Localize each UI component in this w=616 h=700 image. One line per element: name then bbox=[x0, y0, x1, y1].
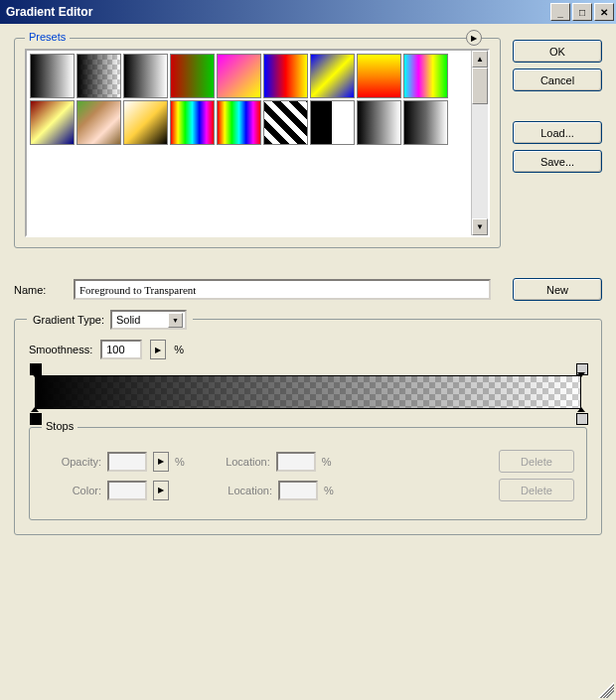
preset-swatch[interactable] bbox=[77, 100, 121, 145]
preset-swatch[interactable] bbox=[123, 100, 168, 145]
preset-swatch[interactable] bbox=[310, 54, 355, 98]
resize-grip-icon[interactable] bbox=[598, 682, 614, 698]
presets-menu-icon[interactable]: ▶ bbox=[466, 30, 482, 46]
presets-group: Presets ▶ bbox=[14, 38, 501, 248]
location-label-2: Location: bbox=[209, 485, 272, 496]
name-input[interactable]: Foreground to Transparent bbox=[74, 279, 491, 300]
presets-label: Presets bbox=[25, 31, 70, 43]
scroll-track[interactable] bbox=[472, 104, 488, 218]
presets-listbox: ▲ ▼ bbox=[25, 49, 490, 237]
maximize-button[interactable]: □ bbox=[572, 3, 592, 21]
title-bar: Gradient Editor _ □ ✕ bbox=[0, 0, 616, 24]
preset-swatch[interactable] bbox=[30, 100, 75, 145]
chevron-down-icon[interactable]: ▼ bbox=[168, 313, 183, 328]
cancel-button[interactable]: Cancel bbox=[513, 69, 602, 91]
dialog-buttons: OK Cancel Load... Save... bbox=[513, 32, 602, 248]
gradient-ramp[interactable] bbox=[29, 375, 587, 409]
preset-swatch[interactable] bbox=[403, 100, 448, 145]
presets-grid bbox=[27, 51, 471, 235]
opacity-label: Opacity: bbox=[42, 456, 101, 468]
stops-group: Stops Opacity: ▶ % Location: % Delete Co… bbox=[29, 427, 587, 520]
smoothness-label: Smoothness: bbox=[29, 344, 92, 355]
preset-swatch[interactable] bbox=[170, 100, 215, 145]
window-title: Gradient Editor bbox=[6, 5, 548, 19]
opacity-flyout-icon[interactable]: ▶ bbox=[153, 452, 169, 472]
gradient-type-label: Gradient Type: bbox=[33, 314, 104, 326]
scroll-down-icon[interactable]: ▼ bbox=[472, 218, 488, 235]
dialog-content: Presets ▶ bbox=[0, 24, 616, 700]
new-button[interactable]: New bbox=[513, 278, 602, 301]
save-button[interactable]: Save... bbox=[513, 150, 602, 173]
ok-button[interactable]: OK bbox=[513, 40, 602, 63]
scroll-up-icon[interactable]: ▲ bbox=[472, 51, 488, 68]
preset-swatch[interactable] bbox=[263, 54, 308, 98]
preset-swatch[interactable] bbox=[217, 100, 261, 145]
color-label: Color: bbox=[42, 485, 101, 496]
delete-opacity-stop-button[interactable]: Delete bbox=[499, 450, 574, 473]
color-location-input[interactable] bbox=[278, 481, 318, 500]
opacity-unit: % bbox=[175, 456, 185, 468]
scroll-thumb[interactable] bbox=[472, 68, 488, 104]
location-unit-2: % bbox=[324, 485, 334, 496]
preset-swatch[interactable] bbox=[357, 54, 401, 98]
smoothness-unit: % bbox=[174, 344, 184, 355]
color-stop-right[interactable] bbox=[575, 409, 587, 425]
presets-scrollbar[interactable]: ▲ ▼ bbox=[471, 51, 488, 235]
preset-swatch[interactable] bbox=[30, 54, 75, 98]
gradient-settings-group: Gradient Type: Solid ▼ Smoothness: 100 ▶… bbox=[14, 319, 602, 535]
preset-swatch[interactable] bbox=[357, 100, 401, 145]
name-label: Name: bbox=[14, 284, 64, 296]
location-unit-1: % bbox=[322, 456, 332, 468]
preset-swatch[interactable] bbox=[123, 54, 168, 98]
gradient-preview[interactable] bbox=[35, 375, 581, 409]
location-label-1: Location: bbox=[207, 456, 270, 468]
close-button[interactable]: ✕ bbox=[594, 3, 614, 21]
smoothness-input[interactable]: 100 bbox=[100, 340, 142, 359]
color-input[interactable] bbox=[107, 481, 147, 500]
minimize-button[interactable]: _ bbox=[550, 3, 570, 21]
smoothness-flyout-icon[interactable]: ▶ bbox=[150, 340, 166, 359]
load-button[interactable]: Load... bbox=[513, 121, 602, 144]
stops-label: Stops bbox=[42, 420, 77, 432]
preset-swatch[interactable] bbox=[263, 100, 308, 145]
delete-color-stop-button[interactable]: Delete bbox=[499, 479, 574, 501]
preset-swatch[interactable] bbox=[403, 54, 448, 98]
opacity-stop-left[interactable] bbox=[29, 359, 41, 375]
preset-swatch[interactable] bbox=[310, 100, 355, 145]
preset-swatch[interactable] bbox=[77, 54, 121, 98]
preset-swatch[interactable] bbox=[170, 54, 215, 98]
opacity-location-input[interactable] bbox=[276, 452, 316, 472]
opacity-stop-right[interactable] bbox=[575, 359, 587, 375]
color-stop-left[interactable] bbox=[29, 409, 41, 425]
color-flyout-icon[interactable]: ▶ bbox=[153, 481, 169, 500]
preset-swatch[interactable] bbox=[217, 54, 261, 98]
opacity-input[interactable] bbox=[107, 452, 147, 472]
gradient-type-value: Solid bbox=[116, 314, 164, 326]
gradient-type-dropdown[interactable]: Solid ▼ bbox=[110, 310, 187, 330]
